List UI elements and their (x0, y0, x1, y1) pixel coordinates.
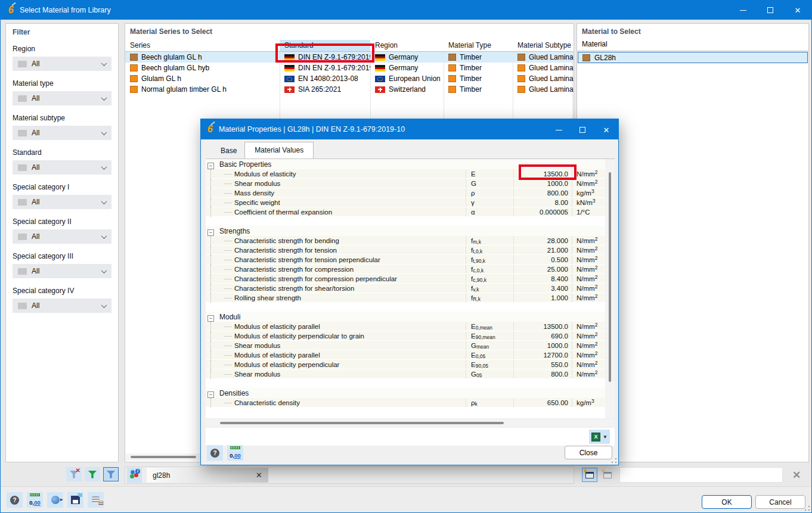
tab-base[interactable]: Base (213, 144, 244, 158)
section-header-row[interactable]: −Moduli (206, 312, 605, 322)
property-row[interactable]: Mass densityρ800.00kg/m3 (206, 188, 605, 198)
tree-gutter (206, 179, 216, 188)
maximize-button[interactable] (757, 1, 784, 20)
dialog-minimize-button[interactable] (547, 120, 571, 140)
dialog-maximize-button[interactable] (571, 120, 594, 140)
property-row[interactable]: Characteristic strength for shear/torsio… (206, 284, 605, 293)
apply-filter-button[interactable] (85, 467, 100, 481)
filter-dropdown-special-category-iv[interactable]: All (13, 299, 111, 313)
property-symbol: E0,mean (466, 322, 513, 331)
property-name: Shear modulus (216, 341, 466, 350)
property-row[interactable]: Rolling shear strengthfR,k1.000N/mm2 (206, 293, 605, 303)
property-row[interactable]: Modulus of elasticity perpendicular to g… (206, 331, 605, 341)
minimize-button[interactable] (729, 1, 757, 20)
material-name-field[interactable] (619, 467, 783, 483)
property-row[interactable]: Modulus of elasticityE13500.0N/mm2 (206, 169, 605, 179)
symbol-base: E (471, 332, 476, 340)
material-color-swatch (130, 64, 138, 71)
series-row[interactable]: Glulam GL hEN 14080:2013-08European Unio… (125, 73, 574, 84)
property-row[interactable]: Shear modulusG1000.0N/mm2 (206, 179, 605, 188)
close-button[interactable]: ✕ (784, 1, 811, 20)
filter-field-label: Standard (13, 148, 111, 157)
property-row[interactable]: Characteristic strength for compression … (206, 274, 605, 284)
transfer-button[interactable] (47, 492, 63, 508)
filter-active-button[interactable] (103, 467, 119, 481)
scrollbar-thumb[interactable] (609, 172, 611, 382)
units-settings-button[interactable]: 0,00 (27, 492, 43, 508)
property-row[interactable]: Characteristic strength for compressionf… (206, 265, 605, 274)
property-row[interactable]: Characteristic densityρk650.00kg/m3 (206, 398, 605, 408)
dropdown-value: All (32, 267, 97, 275)
maximize-icon (579, 127, 585, 133)
column-header-material-subtype[interactable]: Material Subtype (513, 40, 574, 51)
clear-selection-button[interactable]: ✕ (788, 467, 805, 483)
floppy-disk-icon (71, 496, 80, 504)
property-row[interactable]: Characteristic strength for tension perp… (206, 255, 605, 265)
material-color-swatch (448, 54, 456, 61)
property-row[interactable]: Characteristic strength for bendingfm,k2… (206, 236, 605, 245)
filter-dropdown-special-category-iii[interactable]: All (13, 264, 111, 278)
ok-button[interactable]: OK (702, 495, 752, 509)
property-row[interactable]: Modulus of elasticity parallelE0,0512700… (206, 350, 605, 360)
series-row[interactable]: Normal glulam timber GL hSIA 265:2021Swi… (125, 84, 574, 95)
close-tab-icon[interactable]: ✕ (256, 471, 262, 480)
save-to-library-button[interactable] (67, 492, 83, 508)
cancel-button[interactable]: Cancel (755, 495, 805, 509)
unit-text: kg/m (577, 399, 591, 406)
filter-dropdown-region[interactable]: All (13, 57, 111, 71)
search-tab[interactable]: gl28h ✕ (147, 468, 268, 483)
property-row[interactable]: Specific weightγ8.00kN/m3 (206, 198, 605, 207)
material-row[interactable]: GL28h (578, 52, 808, 63)
property-row[interactable]: Shear modulusGmean1000.0N/mm2 (206, 341, 605, 350)
filter-dropdown-standard[interactable]: All (13, 160, 111, 175)
window-resize-grip[interactable] (805, 506, 810, 511)
filter-dropdown-material-subtype[interactable]: All (13, 126, 111, 140)
scrollbar-thumb[interactable] (220, 422, 504, 424)
collapse-icon[interactable]: − (207, 163, 214, 169)
filter-dropdown-special-category-i[interactable]: All (13, 195, 111, 209)
help-icon: ? (210, 449, 219, 458)
scrollbar-thumb[interactable] (131, 456, 196, 458)
property-row[interactable]: Shear modulusG05800.0N/mm2 (206, 369, 605, 379)
property-value: 0.000005 (513, 207, 572, 216)
collapse-icon[interactable]: − (207, 229, 214, 236)
property-value: 21.000 (513, 245, 572, 254)
symbol-base: E (471, 352, 476, 359)
collapse-icon[interactable]: − (207, 315, 214, 322)
help-button[interactable]: ? (7, 492, 23, 508)
close-icon: ✕ (795, 7, 801, 14)
chevron-down-icon (101, 302, 107, 308)
section-header-row[interactable]: −Strengths (206, 226, 605, 236)
dialog-help-button[interactable]: ? (207, 445, 223, 461)
new-material-button[interactable] (582, 468, 597, 482)
property-row[interactable]: Coefficient of thermal expansionα0.00000… (206, 207, 605, 217)
column-header-region[interactable]: Region (370, 40, 444, 51)
database-export-button[interactable] (88, 492, 104, 508)
series-cell: Beech glulam GL hyb (125, 63, 280, 73)
dropdown-value: All (32, 94, 97, 102)
dialog-resize-grip[interactable] (612, 458, 616, 463)
section-header-row[interactable]: −Densities (206, 388, 605, 398)
section-header-row[interactable]: −Basic Properties (206, 159, 605, 169)
series-row[interactable]: Beech glulam GL hybDIN EN Z-9.1-679:2019… (125, 63, 574, 73)
tree-gutter: − (206, 312, 216, 322)
column-header-standard[interactable]: Standard (280, 40, 370, 51)
dialog-close-button[interactable]: ✕ (594, 120, 618, 140)
property-row[interactable]: Characteristic strength for tensionft,0,… (206, 245, 605, 255)
property-row[interactable]: Modulus of elasticity parallelE0,mean135… (206, 322, 605, 331)
column-header-material-type[interactable]: Material Type (444, 40, 513, 51)
collapse-icon[interactable]: − (207, 391, 214, 398)
property-value: 3.400 (513, 284, 572, 293)
dialog-units-button[interactable]: 0,00 (227, 445, 243, 461)
property-row[interactable]: Modulus of elasticity perpendicularE90,0… (206, 360, 605, 369)
tab-material-values[interactable]: Material Values (244, 142, 314, 158)
column-header-series[interactable]: Series (125, 40, 280, 51)
dialog-footer: ? 0,00 Close (201, 442, 618, 465)
filter-dropdown-material-type[interactable]: All (13, 91, 111, 105)
series-row[interactable]: Beech glulam GL hDIN EN Z-9.1-679:2019..… (125, 52, 574, 63)
copy-material-button[interactable] (600, 468, 615, 482)
info-toggle-button[interactable]: i (127, 468, 142, 483)
close-dialog-button[interactable]: Close (565, 446, 612, 459)
remove-filter-button[interactable]: ✕ (66, 467, 82, 481)
filter-dropdown-special-category-ii[interactable]: All (13, 229, 111, 244)
